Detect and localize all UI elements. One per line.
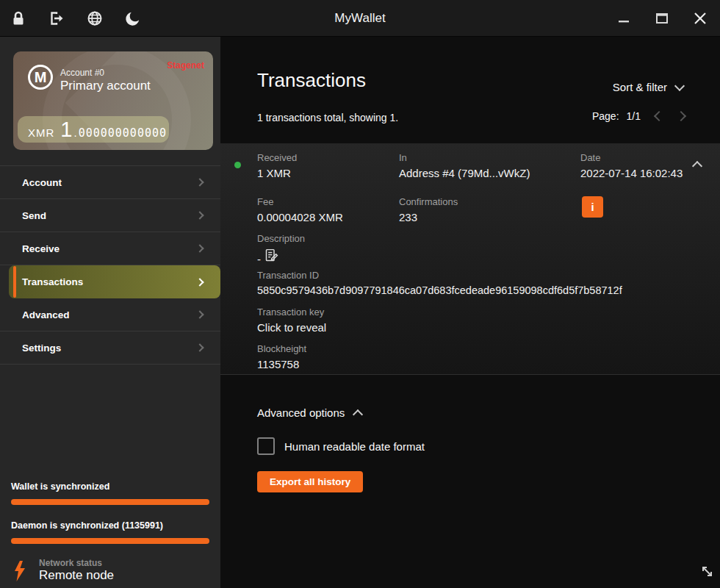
in-label: In — [399, 152, 530, 163]
maximize-icon[interactable] — [652, 9, 672, 28]
lightning-bolt-icon — [13, 559, 28, 588]
sidebar-item-receive[interactable]: Receive — [0, 232, 220, 265]
sidebar-item-label: Send — [22, 210, 46, 221]
sync-status: Wallet is synchronized Daemon is synchro… — [11, 481, 209, 588]
chevron-right-icon — [195, 343, 204, 351]
field-fee: Fee 0.00004028 XMR — [257, 196, 343, 223]
titlebar-icon-group — [9, 0, 143, 37]
account-name: Primary account — [60, 79, 151, 93]
collapse-chevron-up-icon[interactable] — [692, 161, 702, 171]
pagination: Page: 1/1 — [592, 110, 685, 122]
edit-description-icon[interactable] — [264, 253, 279, 265]
fee-value: 0.00004028 XMR — [257, 211, 343, 223]
transaction-id-label: Transaction ID — [257, 270, 622, 281]
advanced-options-toggle[interactable]: Advanced options — [257, 406, 361, 419]
language-globe-icon[interactable] — [85, 9, 104, 28]
advanced-options-label: Advanced options — [257, 406, 345, 419]
network-status-row[interactable]: Network status Remote node — [11, 559, 209, 588]
description-label: Description — [257, 233, 305, 244]
network-status-value: Remote node — [39, 568, 114, 583]
chevron-right-icon — [195, 244, 204, 252]
sidebar-item-label: Advanced — [22, 309, 70, 320]
field-received: Received 1 XMR — [257, 152, 297, 179]
logout-icon[interactable] — [47, 9, 66, 28]
sidebar-item-send[interactable]: Send — [0, 199, 220, 232]
account-index: Account #0 — [60, 68, 104, 78]
transaction-detail-panel: Received 1 XMR In Address #4 (79Md...vWk… — [220, 143, 720, 375]
sidebar-item-account[interactable]: Account — [0, 166, 220, 199]
chevron-right-icon — [195, 310, 204, 318]
sidebar-nav: Account Send Receive Transactions Advanc… — [0, 165, 220, 365]
sidebar-item-label: Receive — [22, 243, 60, 254]
blockheight-label: Blockheight — [257, 343, 306, 354]
received-label: Received — [257, 152, 297, 163]
sort-filter-label: Sort & filter — [613, 81, 667, 93]
page-title: Transactions — [257, 69, 366, 92]
titlebar: MyWallet — [0, 0, 720, 37]
transaction-key-label: Transaction key — [257, 306, 326, 318]
main-content: Transactions Sort & filter 1 transaction… — [220, 37, 720, 588]
chevron-down-icon — [674, 80, 685, 90]
close-icon[interactable] — [691, 9, 710, 28]
network-badge: Stagenet — [167, 60, 204, 71]
field-confirmations: Confirmations 233 — [399, 196, 458, 223]
minimize-icon[interactable] — [614, 9, 633, 28]
received-amount: 1 XMR — [257, 167, 297, 179]
monero-logo-icon: M — [28, 65, 53, 90]
field-date: Date 2022-07-14 16:02:43 — [580, 152, 683, 179]
sidebar: M Account #0 Primary account Stagenet XM… — [0, 37, 220, 588]
sidebar-item-label: Transactions — [22, 276, 83, 287]
transaction-id-value: 5850c9579436b7d9097791846ca07d683fcedead… — [257, 284, 622, 296]
chevron-up-icon — [353, 409, 363, 419]
page-value: 1/1 — [627, 110, 641, 122]
balance-currency: XMR — [28, 126, 54, 139]
wallet-sync-label: Wallet is synchronized — [11, 481, 209, 492]
page-label: Page: — [592, 110, 619, 122]
chevron-right-icon — [195, 178, 204, 186]
lock-icon[interactable] — [9, 9, 28, 28]
proof-info-button[interactable]: i — [582, 196, 603, 218]
sidebar-item-advanced[interactable]: Advanced — [0, 298, 220, 331]
confirmations-value: 233 — [399, 211, 458, 223]
sort-filter-button[interactable]: Sort & filter — [613, 81, 683, 93]
network-status-label: Network status — [39, 558, 102, 568]
blockheight-value: 1135758 — [257, 358, 306, 370]
date-label: Date — [580, 152, 683, 163]
in-address-value: Address #4 (79Md...vWkZ) — [399, 167, 530, 179]
daemon-sync-progressbar — [11, 538, 209, 544]
human-readable-date-row: Human readable date format — [257, 437, 425, 455]
human-readable-date-checkbox[interactable] — [257, 437, 275, 455]
night-mode-moon-icon[interactable] — [123, 9, 143, 28]
sidebar-item-label: Account — [22, 177, 62, 188]
field-description: Description - — [257, 233, 305, 265]
balance-minor: 000000000000 — [79, 126, 167, 140]
balance-pill: XMR 1 . 000000000000 — [18, 116, 169, 143]
chevron-right-icon — [195, 211, 204, 219]
field-transaction-key: Transaction key Click to reveal — [257, 306, 326, 334]
transaction-key-reveal[interactable]: Click to reveal — [257, 321, 326, 334]
export-all-history-button[interactable]: Export all history — [257, 471, 363, 492]
fee-label: Fee — [257, 196, 343, 207]
wallet-sync-progressbar — [11, 499, 209, 505]
balance-separator: . — [73, 126, 76, 139]
date-value: 2022-07-14 16:02:43 — [580, 167, 683, 179]
chevron-right-icon — [195, 278, 204, 286]
field-blockheight: Blockheight 1135758 — [257, 343, 306, 370]
transactions-summary: 1 transactions total, showing 1. — [257, 112, 398, 123]
page-prev-icon[interactable] — [654, 111, 664, 121]
daemon-sync-label: Daemon is synchronized (1135991) — [11, 520, 209, 531]
account-card[interactable]: M Account #0 Primary account Stagenet XM… — [13, 51, 213, 150]
field-in-address: In Address #4 (79Md...vWkZ) — [399, 152, 530, 179]
confirmations-label: Confirmations — [399, 196, 458, 207]
field-transaction-id: Transaction ID 5850c9579436b7d9097791846… — [257, 270, 622, 296]
sidebar-item-transactions[interactable]: Transactions — [9, 265, 220, 298]
description-value: - — [257, 253, 261, 265]
window-controls — [614, 0, 710, 37]
sidebar-item-label: Settings — [22, 343, 61, 354]
confirmed-status-dot — [234, 162, 241, 168]
balance-major: 1 — [60, 116, 72, 143]
human-readable-date-label: Human readable date format — [284, 440, 425, 453]
sidebar-item-settings[interactable]: Settings — [0, 331, 220, 365]
resize-handle-icon[interactable] — [698, 562, 716, 583]
page-next-icon[interactable] — [676, 111, 686, 121]
